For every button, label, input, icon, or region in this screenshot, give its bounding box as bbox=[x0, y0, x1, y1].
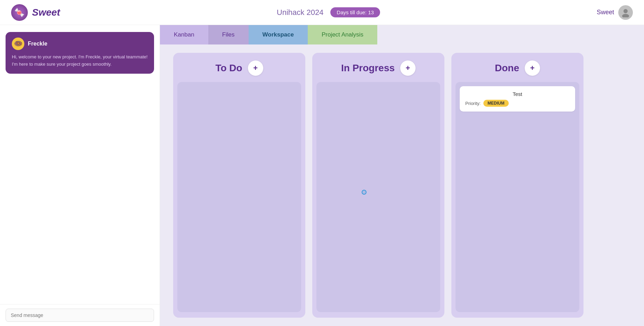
add-done-button[interactable]: + bbox=[525, 60, 540, 76]
svg-point-0 bbox=[623, 9, 628, 13]
tab-project-analysis[interactable]: Project Analysis bbox=[308, 25, 377, 44]
column-todo-body bbox=[177, 82, 301, 312]
column-done-header: Done + bbox=[451, 53, 583, 82]
tab-workspace[interactable]: Workspace bbox=[249, 25, 308, 44]
column-todo-header: To Do + bbox=[173, 53, 305, 82]
task-card-meta: Priority: MEDIUM bbox=[465, 100, 570, 107]
chat-bot-card: 🍩 Freckle Hi, welcome to your new projec… bbox=[6, 32, 154, 74]
header-center: Unihack 2024 Days till due: 13 bbox=[277, 7, 380, 17]
chat-input-area bbox=[0, 304, 160, 326]
content-area: Kanban Files Workspace Project Analysis … bbox=[160, 25, 644, 326]
chat-bot-header: 🍩 Freckle bbox=[12, 38, 148, 50]
bot-name: Freckle bbox=[28, 41, 47, 47]
user-name: Sweet bbox=[597, 9, 614, 16]
bot-message: Hi, welcome to your new project. I'm Fre… bbox=[12, 54, 148, 68]
header-user: Sweet bbox=[597, 5, 633, 20]
task-card-title: Test bbox=[465, 91, 570, 97]
bot-avatar: 🍩 bbox=[12, 38, 24, 50]
days-badge: Days till due: 13 bbox=[330, 7, 380, 17]
add-todo-button[interactable]: + bbox=[248, 60, 263, 76]
svg-point-1 bbox=[622, 14, 629, 17]
column-in-progress-header: In Progress + bbox=[312, 53, 444, 82]
logo-text: Sweet bbox=[32, 7, 60, 18]
tab-kanban[interactable]: Kanban bbox=[160, 25, 208, 44]
app-header: 🍬 Sweet Unihack 2024 Days till due: 13 S… bbox=[0, 0, 644, 25]
column-done-body: Test Priority: MEDIUM bbox=[456, 82, 579, 312]
logo-icon: 🍬 bbox=[11, 4, 28, 21]
kanban-board: To Do + In Progress + bbox=[160, 44, 644, 326]
column-in-progress-title: In Progress bbox=[341, 63, 395, 74]
column-done-title: Done bbox=[495, 63, 519, 74]
chat-spacer bbox=[0, 78, 160, 304]
cursor-dot bbox=[362, 190, 367, 195]
priority-badge: MEDIUM bbox=[483, 100, 509, 107]
add-in-progress-button[interactable]: + bbox=[400, 60, 416, 76]
sidebar: 🍩 Freckle Hi, welcome to your new projec… bbox=[0, 25, 160, 326]
column-todo-title: To Do bbox=[215, 63, 242, 74]
main-layout: 🍩 Freckle Hi, welcome to your new projec… bbox=[0, 25, 644, 326]
user-avatar[interactable] bbox=[618, 5, 633, 20]
tab-files[interactable]: Files bbox=[208, 25, 249, 44]
column-todo: To Do + bbox=[173, 53, 305, 318]
task-card-test[interactable]: Test Priority: MEDIUM bbox=[460, 86, 575, 112]
logo-area: 🍬 Sweet bbox=[11, 4, 60, 21]
project-title: Unihack 2024 bbox=[277, 8, 324, 17]
priority-label: Priority: bbox=[465, 101, 481, 106]
column-in-progress: In Progress + bbox=[312, 53, 444, 318]
tabs: Kanban Files Workspace Project Analysis bbox=[160, 25, 644, 44]
column-in-progress-body bbox=[316, 82, 440, 312]
column-done: Done + Test Priority: MEDIUM bbox=[451, 53, 583, 318]
chat-input[interactable] bbox=[6, 309, 154, 322]
